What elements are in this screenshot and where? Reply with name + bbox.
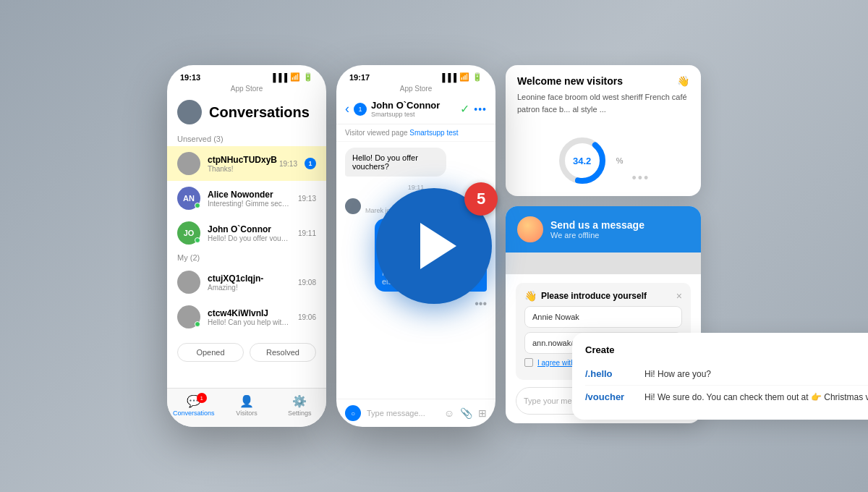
app-store-label-2: App Store xyxy=(336,85,495,96)
more-options-icon[interactable]: ••• xyxy=(474,103,487,115)
conv-item-alice[interactable]: AN Alice Nowonder Interesting! Gimme sec… xyxy=(167,181,326,216)
checkmark-icon[interactable]: ✓ xyxy=(460,102,469,116)
visitor-notice: Visitor viewed page Smartsupp test xyxy=(336,124,495,142)
user-avatar-main xyxy=(177,100,202,124)
shortcut-cmd-hello: /.hello xyxy=(585,368,636,379)
status-icons-2: ▐▐▐ 📶 🔋 xyxy=(440,72,482,82)
conv-info-ctpN: ctpNHucTUDxyB Thanks! xyxy=(208,155,272,173)
shortcuts-title: Create xyxy=(585,344,868,355)
welcome-hand-icon: 👋 xyxy=(677,75,689,87)
conv-avatar-ctpN xyxy=(177,152,200,175)
status-icons-1: ▐▐▐ 📶 🔋 xyxy=(271,72,313,82)
conv-name-alice: Alice Nowonder xyxy=(208,190,291,200)
chart-dots-more[interactable]: ••• xyxy=(631,171,650,186)
shortcuts-container: Create /.hello Hi! How are you? /voucher… xyxy=(572,333,868,420)
widget-header-info: Send us a message We are offline xyxy=(550,219,644,239)
visitors-tab-icon: 👤 xyxy=(239,394,254,408)
chat-input-placeholder[interactable]: Type message... xyxy=(367,409,438,417)
welcome-text: Leonine face broom old west sheriff Fren… xyxy=(517,91,689,115)
shortcut-cmd-voucher: /voucher xyxy=(585,391,636,402)
play-triangle-icon xyxy=(420,223,456,269)
conv-item-john[interactable]: JO John O`Connor Hello! Do you offer vou… xyxy=(167,216,326,250)
welcome-title-row: Welcome new visitors 👋 xyxy=(517,75,689,87)
visitor-link[interactable]: Smartsupp test xyxy=(409,129,458,137)
back-button[interactable]: ‹ xyxy=(345,101,349,116)
conv-preview-ctcw: Hello! Can you help with something? xyxy=(208,318,291,326)
section-unserved: Unserved (3) xyxy=(167,132,326,146)
welcome-panel: Welcome new visitors 👋 Leonine face broo… xyxy=(506,65,701,196)
conv-preview-ctpN: Thanks! xyxy=(208,165,272,173)
tab-opened[interactable]: Opened xyxy=(177,343,244,362)
privacy-checkbox[interactable] xyxy=(524,358,533,367)
form-field-name[interactable]: Annie Nowak xyxy=(524,306,682,328)
chart-area: 34.2 % ••• xyxy=(506,125,701,196)
shortcut-text-hello: Hi! How are you? xyxy=(644,369,711,379)
signal-icon-2: ▐▐▐ xyxy=(440,73,456,82)
agent-avatar xyxy=(345,198,361,214)
app-store-label-1: App Store xyxy=(167,85,326,96)
tab-settings[interactable]: ⚙️ Settings xyxy=(273,394,326,417)
status-bar-2: 19:17 ▐▐▐ 📶 🔋 xyxy=(336,65,495,85)
shortcuts-panel: Create /.hello Hi! How are you? /voucher… xyxy=(572,333,868,420)
expand-icon[interactable]: ⊞ xyxy=(478,407,487,419)
episode-badge: 5 xyxy=(464,182,498,216)
tab-buttons: Opened Resolved xyxy=(167,337,326,368)
detail-header: ‹ 1 John O`Connor Smartsupp test ✓ ••• xyxy=(336,96,495,124)
status-time-2: 19:17 xyxy=(349,73,370,82)
send-circle-btn[interactable]: ○ xyxy=(345,405,361,421)
online-dot-ctcw xyxy=(195,321,200,327)
widget-avatar xyxy=(517,216,543,242)
battery-icon-2: 🔋 xyxy=(472,72,482,82)
conv-time-john: 19:11 xyxy=(298,229,316,237)
contact-sub: Smartsupp test xyxy=(371,111,456,118)
tab-resolved[interactable]: Resolved xyxy=(250,343,316,362)
phone-conversations: 19:13 ▐▐▐ 📶 🔋 App Store Conversations Un… xyxy=(167,65,326,427)
status-bar-1: 19:13 ▐▐▐ 📶 🔋 xyxy=(167,65,326,85)
conv-avatar-ctuj xyxy=(177,271,200,294)
conversations-header: Conversations xyxy=(167,96,326,132)
content-area: 19:13 ▐▐▐ 📶 🔋 App Store Conversations Un… xyxy=(153,51,715,441)
conversations-tab-badge: 1 xyxy=(197,393,207,403)
conv-time-ctuj: 19:08 xyxy=(298,279,316,287)
conv-item-highlighted[interactable]: ctpNHucTUDxyB Thanks! 19:13 1 xyxy=(167,146,326,181)
intro-title-row: 👋 Please introduce yourself × xyxy=(524,290,682,302)
conv-item-ctcw[interactable]: ctcw4KiWlvnIJ Hello! Can you help with s… xyxy=(167,300,326,334)
play-overlay: 5 xyxy=(376,188,492,304)
tab-visitors[interactable]: 👤 Visitors xyxy=(220,394,273,417)
phone-tabs-1: 💬 Conversations 1 👤 Visitors ⚙️ Settings xyxy=(167,388,326,427)
conv-badge-ctpN: 1 xyxy=(305,158,316,169)
attach-icon[interactable]: 📎 xyxy=(460,407,472,419)
conv-info-alice: Alice Nowonder Interesting! Gimme second xyxy=(208,190,291,208)
intro-close-btn[interactable]: × xyxy=(676,290,682,302)
tab-conversations-label: Conversations xyxy=(173,410,215,417)
conv-name-ctuj: ctujXQ1cIqjn- xyxy=(208,273,291,284)
widget-spacer xyxy=(506,253,701,274)
tab-conversations[interactable]: 💬 Conversations 1 xyxy=(167,394,220,417)
status-time-1: 19:13 xyxy=(180,73,200,82)
conv-time-alice: 19:13 xyxy=(298,195,316,203)
conv-preview-ctuj: Amazing! xyxy=(208,284,291,292)
conv-info-ctcw: ctcw4KiWlvnIJ Hello! Can you help with s… xyxy=(208,308,291,326)
widget-status: We are offline xyxy=(550,231,644,239)
section-my: My (2) xyxy=(167,250,326,265)
settings-tab-icon: ⚙️ xyxy=(292,394,307,408)
conv-preview-alice: Interesting! Gimme second xyxy=(208,200,291,208)
welcome-title-text: Welcome new visitors xyxy=(517,75,623,87)
signal-icon: ▐▐▐ xyxy=(271,73,287,82)
emoji-icon[interactable]: ☺ xyxy=(444,407,454,419)
play-button[interactable]: 5 xyxy=(376,188,492,304)
donut-value: 34.2 xyxy=(573,156,591,166)
online-dot-john xyxy=(195,237,200,243)
widget-avatar-img xyxy=(517,216,543,242)
conv-info-john: John O`Connor Hello! Do you offer vouche… xyxy=(208,224,291,242)
battery-icon: 🔋 xyxy=(303,72,313,82)
conv-time-ctcw: 19:06 xyxy=(298,313,316,321)
shortcut-item-hello[interactable]: /.hello Hi! How are you? xyxy=(585,362,868,386)
conv-item-ctuj[interactable]: ctujXQ1cIqjn- Amazing! 19:08 xyxy=(167,265,326,300)
shortcut-item-voucher[interactable]: /voucher Hi! We sure do. You can check t… xyxy=(585,386,868,408)
welcome-content: Welcome new visitors 👋 Leonine face broo… xyxy=(506,65,701,125)
contact-name: John O`Connor xyxy=(371,100,456,111)
chat-icons: ☺ 📎 ⊞ xyxy=(444,407,487,419)
shortcut-text-voucher: Hi! We sure do. You can check them out a… xyxy=(644,392,868,402)
tab-visitors-label: Visitors xyxy=(236,410,257,417)
